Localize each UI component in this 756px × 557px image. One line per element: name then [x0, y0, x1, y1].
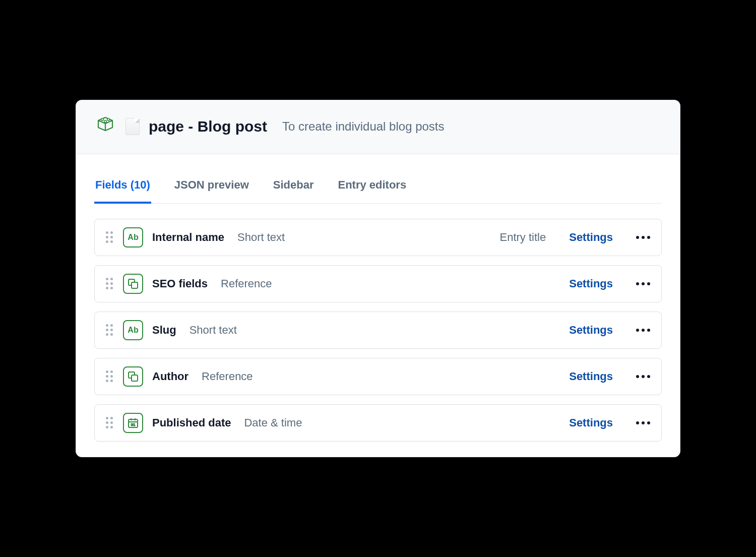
page-subtitle: To create individual blog posts — [282, 119, 445, 134]
field-settings-button[interactable]: Settings — [569, 370, 613, 383]
text-type-icon: Ab — [123, 227, 143, 247]
svg-point-2 — [104, 120, 106, 122]
content-type-card: page - Blog post To create individual bl… — [76, 100, 680, 457]
reference-type-icon — [123, 366, 143, 387]
svg-point-1 — [107, 118, 109, 120]
field-type: Short text — [190, 324, 237, 337]
page-title: page - Blog post — [149, 118, 267, 135]
more-actions-icon[interactable] — [636, 236, 650, 239]
field-type: Date & time — [244, 416, 302, 429]
tab-fields-10[interactable]: Fields (10) — [94, 171, 151, 204]
drag-handle-icon[interactable] — [106, 324, 114, 336]
field-settings-button[interactable]: Settings — [569, 231, 613, 244]
tab-json-preview[interactable]: JSON preview — [173, 171, 250, 204]
drag-handle-icon[interactable] — [106, 370, 114, 383]
field-list: AbInternal nameShort textEntry titleSett… — [94, 219, 662, 442]
field-settings-button[interactable]: Settings — [569, 277, 613, 290]
tab-entry-editors[interactable]: Entry editors — [337, 171, 407, 204]
drag-handle-icon[interactable] — [106, 417, 114, 429]
svg-rect-4 — [132, 282, 138, 288]
text-type-icon: Ab — [123, 320, 143, 340]
field-settings-button[interactable]: Settings — [569, 324, 613, 337]
field-row: AbSlugShort textSettings — [94, 312, 662, 349]
content-type-icon — [94, 114, 116, 139]
field-row: AbInternal nameShort textEntry titleSett… — [94, 219, 662, 256]
field-row: 31Published dateDate & timeSettings — [94, 404, 662, 442]
field-name: Author — [152, 370, 188, 383]
drag-handle-icon[interactable] — [106, 231, 114, 243]
more-actions-icon[interactable] — [636, 282, 650, 285]
more-actions-icon[interactable] — [636, 329, 650, 332]
field-settings-button[interactable]: Settings — [569, 416, 613, 429]
field-name: SEO fields — [152, 277, 208, 290]
field-type: Reference — [202, 370, 253, 383]
date-type-icon: 31 — [123, 413, 143, 433]
card-body: Fields (10)JSON previewSidebarEntry edit… — [76, 154, 680, 457]
more-actions-icon[interactable] — [636, 375, 650, 378]
drag-handle-icon[interactable] — [106, 278, 114, 290]
field-name: Slug — [152, 324, 176, 337]
more-actions-icon[interactable] — [636, 421, 650, 424]
field-row: SEO fieldsReferenceSettings — [94, 265, 662, 302]
field-name: Internal name — [152, 231, 224, 244]
field-type: Reference — [221, 277, 272, 290]
entry-title-badge: Entry title — [500, 231, 546, 244]
reference-type-icon — [123, 274, 143, 294]
svg-text:31: 31 — [131, 422, 136, 427]
svg-point-0 — [101, 118, 103, 120]
page-doc-icon — [125, 118, 140, 135]
svg-rect-6 — [132, 375, 138, 381]
tabs: Fields (10)JSON previewSidebarEntry edit… — [94, 171, 662, 204]
field-row: AuthorReferenceSettings — [94, 358, 662, 395]
tab-sidebar[interactable]: Sidebar — [272, 171, 315, 204]
field-name: Published date — [152, 416, 231, 429]
card-header: page - Blog post To create individual bl… — [76, 100, 680, 154]
field-type: Short text — [237, 231, 285, 244]
